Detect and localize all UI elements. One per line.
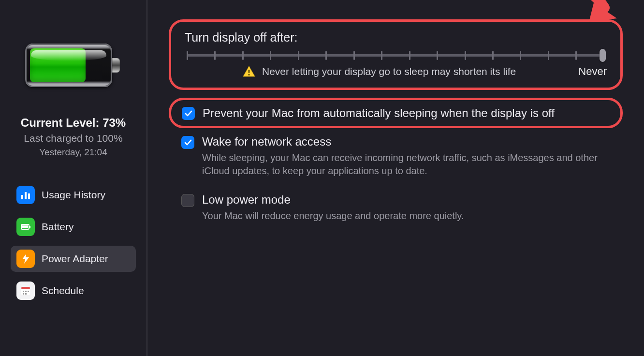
wake-network-desc: While sleeping, your Mac can receive inc… (202, 151, 610, 178)
display-off-section: Turn display off after: Never letting yo… (169, 19, 623, 90)
sidebar-item-label: Battery (42, 221, 74, 233)
prevent-sleep-checkbox[interactable] (182, 107, 195, 120)
bolt-icon (16, 250, 35, 268)
display-off-slider[interactable] (187, 54, 605, 57)
low-power-checkbox[interactable] (181, 194, 194, 207)
low-power-desc: Your Mac will reduce energy usage and op… (202, 209, 464, 222)
display-off-title: Turn display off after: (185, 30, 607, 44)
svg-rect-12 (25, 293, 27, 295)
main-panel: Turn display off after: Never letting yo… (147, 0, 644, 356)
svg-point-14 (248, 74, 249, 75)
last-charged-time: Yesterday, 21:04 (21, 147, 126, 158)
sidebar-item-usage-history[interactable]: Usage History (11, 182, 136, 208)
svg-rect-2 (28, 193, 30, 199)
sidebar: Current Level: 73% Last charged to 100% … (0, 0, 147, 356)
chart-bar-icon (16, 186, 35, 204)
sidebar-nav: Usage History Battery Power Adapter Sche… (0, 182, 146, 310)
svg-rect-10 (28, 291, 29, 292)
display-off-value: Never (578, 65, 607, 78)
sidebar-item-power-adapter[interactable]: Power Adapter (11, 246, 136, 272)
svg-rect-13 (249, 70, 250, 73)
low-power-row: Low power mode Your Mac will reduce ener… (169, 186, 623, 222)
sidebar-item-label: Power Adapter (42, 253, 108, 265)
sidebar-item-battery[interactable]: Battery (11, 214, 136, 240)
wake-network-row: Wake for network access While sleeping, … (169, 128, 623, 178)
sidebar-item-label: Usage History (42, 189, 105, 201)
svg-rect-8 (23, 291, 24, 292)
prevent-sleep-row: Prevent your Mac from automatically slee… (169, 98, 623, 128)
prevent-sleep-label: Prevent your Mac from automatically slee… (203, 106, 555, 120)
svg-rect-0 (21, 195, 23, 199)
sidebar-item-schedule[interactable]: Schedule (11, 278, 136, 304)
svg-rect-9 (25, 291, 27, 292)
battery-icon (16, 218, 35, 236)
slider-thumb[interactable] (600, 49, 606, 62)
wake-network-label: Wake for network access (202, 135, 610, 148)
wake-network-checkbox[interactable] (181, 136, 194, 149)
calendar-icon (16, 282, 35, 300)
display-off-warning: Never letting your display go to sleep m… (262, 66, 516, 77)
low-power-label: Low power mode (202, 193, 464, 207)
last-charged-label: Last charged to 100% (21, 133, 126, 144)
svg-rect-4 (22, 225, 28, 228)
battery-level-icon (25, 44, 122, 87)
svg-rect-5 (29, 226, 30, 228)
svg-rect-1 (25, 192, 27, 199)
warning-icon (243, 66, 255, 77)
current-level-label: Current Level: 73% (21, 116, 126, 130)
svg-rect-7 (21, 287, 30, 289)
svg-rect-11 (23, 293, 24, 295)
battery-status: Current Level: 73% Last charged to 100% … (21, 116, 126, 158)
sidebar-item-label: Schedule (42, 285, 84, 297)
